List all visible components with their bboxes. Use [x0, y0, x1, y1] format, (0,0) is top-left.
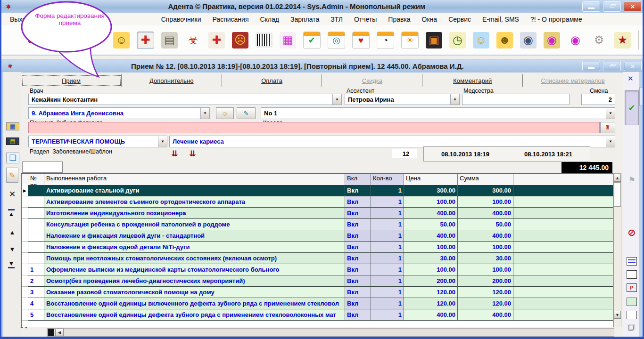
disease-combobox[interactable]: Лечение кариеса ▼: [169, 136, 615, 147]
tab[interactable]: Дополнительно: [122, 74, 222, 87]
menu-item[interactable]: E-mail, SMS: [482, 16, 519, 23]
white-box-icon[interactable]: [627, 311, 637, 319]
cell-vkl[interactable]: Вкл: [345, 287, 371, 298]
menu-item[interactable]: Расписания: [212, 16, 248, 23]
cell-qty[interactable]: 1: [371, 230, 404, 242]
calendar-check-icon[interactable]: ✔: [303, 32, 321, 49]
nurse-field[interactable]: [462, 94, 570, 105]
doc-p-icon[interactable]: P: [627, 283, 637, 292]
menu-item[interactable]: Окна: [422, 16, 438, 23]
save-icon[interactable]: ▤: [6, 137, 19, 145]
assistant-combobox[interactable]: Петрова Ирина ▼: [345, 94, 460, 105]
cell-work[interactable]: Активирование элементов съемного ортодон…: [44, 196, 345, 208]
cell-price[interactable]: 400.00: [404, 208, 458, 219]
scroll-up-button[interactable]: ▲: [614, 174, 621, 182]
inner-restore-button[interactable]: ▭: [603, 61, 621, 71]
calendar-heart-icon[interactable]: ♥: [352, 32, 370, 49]
edit-record-button[interactable]: ✎: [6, 168, 18, 183]
tooth-button[interactable]: ♜: [600, 122, 615, 133]
cell-price[interactable]: 400.00: [404, 230, 458, 242]
cell-qty[interactable]: 1: [371, 242, 404, 253]
photo-eye-icon[interactable]: ◉: [544, 32, 560, 48]
cell-vkl[interactable]: Вкл: [345, 275, 371, 287]
chevron-down-icon[interactable]: ▼: [158, 136, 167, 147]
patient-card-button[interactable]: ✎: [237, 107, 256, 119]
cell-qty[interactable]: 1: [371, 264, 404, 275]
template-grid-icon[interactable]: ▦: [6, 122, 19, 130]
restore-button[interactable]: ▭: [603, 1, 621, 12]
doc-red-lines-icon[interactable]: [627, 270, 637, 279]
cell-work[interactable]: Изготовление индивидуального позиционера: [44, 208, 345, 219]
tab[interactable]: Скидка: [322, 74, 422, 87]
chevron-down-icon[interactable]: ▼: [200, 108, 209, 119]
alarm-clock-icon[interactable]: ◷: [449, 32, 466, 48]
surprised-smiley-icon[interactable]: ☻: [496, 32, 513, 48]
tab[interactable]: Оплата: [222, 74, 322, 87]
menu-item[interactable]: Правка: [388, 16, 410, 23]
medkit-icon[interactable]: ✚: [208, 32, 225, 48]
calendar-sync-icon[interactable]: ◎: [328, 32, 345, 49]
block-icon[interactable]: ⊘: [627, 227, 636, 238]
cell-price[interactable]: 120.00: [404, 287, 458, 298]
alarm-star-icon[interactable]: ★: [614, 32, 631, 48]
cell-vkl[interactable]: Вкл: [345, 264, 371, 275]
inner-minimize-button[interactable]: [582, 61, 600, 71]
cell-qty[interactable]: 1: [371, 185, 404, 196]
window-icon[interactable]: ❏: [6, 153, 19, 163]
close-form-x-icon[interactable]: ✕: [627, 74, 634, 83]
chevron-down-icon[interactable]: ▼: [606, 108, 615, 119]
delete-row-icon[interactable]: ✕: [6, 189, 18, 199]
cell-vkl[interactable]: Вкл: [345, 230, 371, 242]
menu-item[interactable]: ЗТЛ: [330, 16, 343, 23]
toolbar-separator[interactable]: [638, 31, 639, 49]
cell-vkl[interactable]: Вкл: [345, 242, 371, 253]
menu-item[interactable]: Справочники: [161, 16, 201, 23]
menu-item[interactable]: Зарплата: [290, 16, 319, 23]
gear-icon[interactable]: ⚙: [591, 32, 607, 48]
cell-price[interactable]: 100.00: [404, 196, 458, 208]
table-hscrollbar[interactable]: [47, 328, 614, 337]
cell-qty[interactable]: 1: [371, 208, 404, 219]
minimize-button[interactable]: [582, 1, 600, 12]
chat-smiley-icon[interactable]: ☺: [473, 32, 489, 48]
cell-vkl[interactable]: Вкл: [345, 298, 371, 309]
cell-qty[interactable]: 1: [371, 309, 404, 321]
cell-work[interactable]: Помощь при неотложных стоматологических …: [44, 253, 345, 264]
menu-item[interactable]: Сервис: [448, 16, 471, 23]
scroll-down-button[interactable]: ▼: [614, 311, 621, 319]
cell-work[interactable]: Наложение и фиксация лицевой дуги - стан…: [44, 230, 345, 242]
patient-info-button[interactable]: ☺: [216, 107, 234, 119]
spare-field[interactable]: [22, 161, 63, 173]
menu-item[interactable]: Отчеты: [354, 16, 377, 23]
cell-price[interactable]: 100.00: [404, 242, 458, 253]
chair-combobox[interactable]: No 1 ▼: [261, 107, 615, 119]
apply-down-icon[interactable]: ⇊: [171, 149, 178, 159]
move-down-icon[interactable]: ▼: [6, 246, 18, 253]
books-icon[interactable]: ▤: [161, 32, 178, 48]
cell-price[interactable]: 200.00: [404, 275, 458, 287]
right-scrollbar[interactable]: [639, 72, 644, 337]
page-copy-icon[interactable]: ▢: [627, 323, 634, 331]
camera-icon[interactable]: ◉: [520, 32, 537, 48]
cell-work[interactable]: Восстановление одной единицы включенного…: [44, 298, 345, 309]
scroll-left-button[interactable]: ◀: [55, 329, 64, 336]
cell-vkl[interactable]: Вкл: [345, 185, 371, 196]
biohazard-icon[interactable]: ☣: [185, 32, 201, 48]
tab[interactable]: Комментарий: [422, 74, 523, 87]
calendar-sun-icon[interactable]: ☀: [401, 32, 419, 49]
section-combobox[interactable]: ТЕРАПЕВТИЧЕСКАЯ ПОМОЩЬ ▼: [28, 136, 167, 147]
cell-price[interactable]: 300.00: [404, 185, 458, 196]
chevron-down-icon[interactable]: ▼: [332, 94, 341, 105]
barcode-icon[interactable]: [256, 32, 272, 48]
cell-qty[interactable]: 1: [371, 219, 404, 230]
vscroll-thumb[interactable]: [614, 182, 621, 207]
move-up-icon[interactable]: ▲: [6, 229, 18, 236]
doc-blue-lines-icon[interactable]: [627, 257, 637, 266]
cell-work[interactable]: Оказание разовой стоматологической помощ…: [44, 287, 345, 298]
cell-work[interactable]: Наложение и фиксация одной детали NiTi-д…: [44, 242, 345, 253]
menu-item[interactable]: З а д а ч и: [41, 16, 93, 23]
cell-price[interactable]: 100.00: [404, 264, 458, 275]
apply-down-all-icon[interactable]: ⇊: [189, 149, 196, 159]
cell-qty[interactable]: 1: [371, 196, 404, 208]
menu-item[interactable]: Выход: [10, 16, 30, 23]
